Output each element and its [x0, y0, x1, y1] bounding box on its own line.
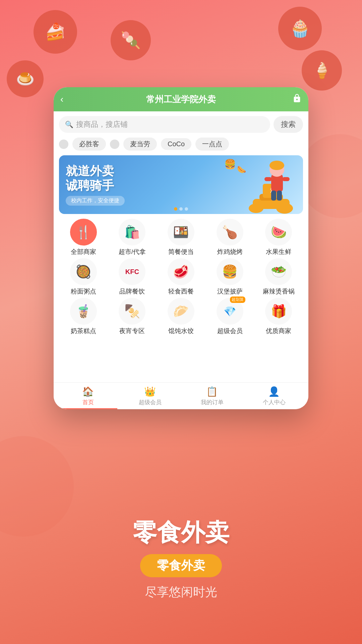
profile-icon: 👤 [268, 386, 280, 397]
cat-icon-quality-merchant: 🎁 [265, 298, 292, 325]
cat-icon-night-snack: 🍢 [119, 298, 145, 325]
nav-home-label: 首页 [82, 398, 94, 406]
nav-home[interactable]: 🏠 首页 [57, 386, 119, 406]
tag-mcdonalds[interactable]: 麦当劳 [123, 138, 157, 151]
cat-light-food[interactable]: 🥩 轻食西餐 [159, 258, 203, 296]
back-button[interactable]: ‹ [60, 94, 63, 105]
cat-icon-noodles: 🥘 [70, 258, 97, 285]
cat-label-spicy-hotpot: 麻辣烫香锅 [263, 287, 295, 296]
sub-tagline: 尽享悠闲时光 [145, 584, 217, 600]
cat-icon-all: 🍴 [70, 219, 97, 246]
bg-cupcake-icon: 🧁 [278, 7, 322, 50]
tagline-badge: 零食外卖 [140, 554, 222, 577]
search-button[interactable]: 搜索 [274, 116, 303, 133]
banner-main-title: 就道外卖诚聘骑手 [66, 164, 125, 193]
cat-icon-milk-tea: 🧋 [70, 298, 97, 325]
home-icon: 🏠 [82, 386, 94, 397]
orders-icon: 📋 [206, 386, 218, 397]
nav-profile[interactable]: 👤 个人中心 [243, 386, 305, 406]
share-button[interactable] [292, 94, 302, 105]
cat-icon-super-member: 💎 超划算 [217, 298, 243, 325]
banner[interactable]: 就道外卖诚聘骑手 校内工作，安全便捷 道 🍔 [59, 155, 303, 214]
cat-fried-chicken[interactable]: 🍗 炸鸡烧烤 [208, 219, 252, 256]
cat-brand-dining[interactable]: KFC 品牌餐饮 [110, 258, 154, 296]
nav-vip[interactable]: 👑 超级会员 [119, 386, 181, 406]
cat-label-milk-tea: 奶茶糕点 [71, 327, 96, 335]
cat-icon-bento: 🍱 [168, 219, 194, 246]
svg-rect-12 [277, 191, 282, 201]
cat-icon-dumplings: 🥟 [168, 298, 194, 325]
svg-rect-10 [282, 177, 290, 181]
cat-label-brand-dining: 品牌餐饮 [119, 287, 145, 296]
bg-cake-icon: 🍰 [34, 10, 77, 54]
cat-fruits[interactable]: 🍉 水果生鲜 [257, 219, 300, 256]
svg-point-8 [269, 161, 284, 170]
tag-coco[interactable]: CoCo [161, 138, 191, 150]
bg-dessert-icon: 🍡 [111, 20, 151, 60]
cat-label-burger-pizza: 汉堡披萨 [217, 287, 243, 296]
cat-label-dumplings: 馄饨水饺 [168, 327, 194, 335]
cat-burger-pizza[interactable]: 🍔 汉堡披萨 [208, 258, 252, 296]
crown-icon: 👑 [144, 386, 156, 397]
banner-food-2: 🌭 [237, 165, 246, 174]
search-area: 🔍 搜商品，搜店铺 搜索 [54, 111, 308, 136]
quick-tags: 必胜客 麦当劳 CoCo 一点点 [54, 136, 308, 154]
search-placeholder: 搜商品，搜店铺 [76, 119, 128, 129]
cat-label-fruits: 水果生鲜 [266, 248, 291, 256]
bottom-nav: 🏠 首页 👑 超级会员 📋 我的订单 👤 个人中心 [54, 382, 308, 409]
cat-icon-spicy-hotpot: 🥗 [265, 258, 292, 285]
banner-text: 就道外卖诚聘骑手 校内工作，安全便捷 [59, 158, 131, 211]
categories: 🍴 全部商家 🛍️ 超市/代拿 🍱 简餐便当 🍗 炸鸡烧烤 🍉 水果生鲜 [54, 215, 308, 339]
search-input[interactable]: 🔍 搜商品，搜店铺 [59, 116, 270, 133]
category-row-2: 🥘 粉面粥点 KFC 品牌餐饮 🥩 轻食西餐 🍔 汉堡披萨 🥗 麻辣烫香锅 [59, 258, 303, 296]
dot-2[interactable] [179, 207, 183, 211]
dot-1[interactable] [174, 207, 177, 211]
cat-label-noodles: 粉面粥点 [71, 287, 96, 296]
cat-quality-merchant[interactable]: 🎁 优质商家 [257, 298, 300, 335]
cat-label-supermarket: 超市/代拿 [119, 248, 146, 256]
cat-night-snack[interactable]: 🍢 夜宵专区 [110, 298, 154, 335]
banner-food-1: 🍔 [224, 159, 236, 170]
banner-dots [174, 207, 188, 211]
tag-yidian[interactable]: 一点点 [195, 138, 229, 151]
cat-milk-tea[interactable]: 🧋 奶茶糕点 [62, 298, 105, 335]
banner-subtitle: 校内工作，安全便捷 [66, 196, 125, 206]
nav-orders-label: 我的订单 [201, 398, 224, 406]
bg-icecream-icon: 🍦 [302, 50, 342, 91]
tag-dot-1 [59, 140, 68, 149]
cat-bento[interactable]: 🍱 简餐便当 [159, 219, 203, 256]
cat-noodles[interactable]: 🥘 粉面粥点 [62, 258, 105, 296]
cat-label-all: 全部商家 [71, 248, 96, 256]
cat-all-merchants[interactable]: 🍴 全部商家 [62, 219, 105, 256]
nav-orders[interactable]: 📋 我的订单 [181, 386, 243, 406]
nav-vip-label: 超级会员 [139, 398, 162, 406]
category-row-1: 🍴 全部商家 🛍️ 超市/代拿 🍱 简餐便当 🍗 炸鸡烧烤 🍉 水果生鲜 [59, 219, 303, 256]
nav-profile-label: 个人中心 [263, 398, 286, 406]
cat-dumplings[interactable]: 🥟 馄饨水饺 [159, 298, 203, 335]
cat-label-quality-merchant: 优质商家 [266, 327, 291, 335]
cat-label-night-snack: 夜宵专区 [119, 327, 145, 335]
cat-icon-supermarket: 🛍️ [119, 219, 145, 246]
cat-label-super-member: 超级会员 [217, 327, 243, 335]
svg-rect-11 [271, 191, 276, 201]
search-icon: 🔍 [65, 120, 73, 128]
cat-icon-burger-pizza: 🍔 [217, 258, 243, 285]
cat-label-fried-chicken: 炸鸡烧烤 [217, 248, 243, 256]
cat-icon-light-food: 🥩 [168, 258, 194, 285]
cat-spicy-hotpot[interactable]: 🥗 麻辣烫香锅 [257, 258, 300, 296]
svg-rect-9 [264, 177, 272, 181]
main-tagline: 零食外卖 [133, 517, 229, 549]
tag-dot-2 [110, 140, 119, 149]
cat-icon-fruits: 🍉 [265, 219, 292, 246]
cat-icon-brand-dining: KFC [119, 258, 145, 285]
cat-supermarket[interactable]: 🛍️ 超市/代拿 [110, 219, 154, 256]
nav-active-indicator [54, 408, 117, 409]
category-row-3: 🧋 奶茶糕点 🍢 夜宵专区 🥟 馄饨水饺 💎 超划算 超级会员 🎁 优质商 [59, 298, 303, 335]
tag-pizza-hut[interactable]: 必胜客 [72, 138, 106, 151]
dot-3[interactable] [185, 207, 188, 211]
nav-title: 常州工业学院外卖 [146, 94, 216, 105]
nav-bar: ‹ 常州工业学院外卖 [54, 87, 308, 111]
bg-pudding-icon: 🍮 [7, 60, 44, 97]
cat-icon-fried-chicken: 🍗 [217, 219, 243, 246]
cat-super-member[interactable]: 💎 超划算 超级会员 [208, 298, 252, 335]
